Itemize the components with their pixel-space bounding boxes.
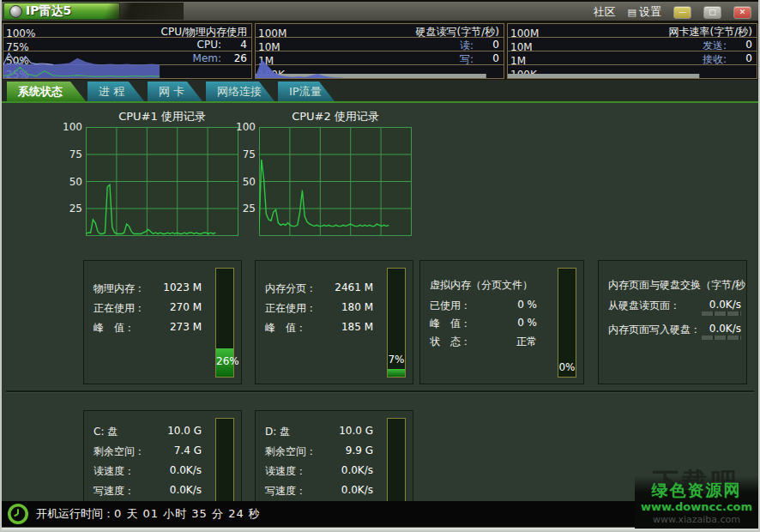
- row-value: 0.0K/s: [301, 464, 373, 476]
- row-value: 7.4 G: [130, 444, 202, 456]
- row-value: 0.0K/s: [301, 484, 373, 496]
- stat-kv-label: Mem:: [193, 52, 221, 64]
- app-logo: IP雷达5: [3, 3, 185, 20]
- gauge-percent: 0%: [558, 361, 576, 373]
- tab-bar: 系统状态进 程网 卡网络连接IP流量: [0, 80, 760, 103]
- titlebar-menu: 社区 ▤设置 — □ ✕: [594, 4, 751, 20]
- stat-panel-2: 100M10M1M100K硬盘读写(字节/秒)读:0写:0: [255, 23, 504, 79]
- watermark-site-name: 绿色资源网: [635, 480, 758, 502]
- gauge-percent: 26%: [216, 355, 233, 367]
- uptime-value: 0 天 01 小时 35 分 24 秒: [114, 506, 261, 522]
- stat-kv-row: 写:0: [460, 52, 499, 67]
- tab-5[interactable]: IP流量: [278, 82, 335, 101]
- stat-kv-label: 接收:: [703, 52, 727, 67]
- stat-kv-value: 0: [727, 39, 752, 53]
- app-title: IP雷达5: [26, 3, 71, 19]
- row-label: 读速度：: [93, 464, 135, 479]
- stat-kv-row: 读:0: [460, 39, 499, 53]
- disk-panels-section: C: 盘10.0 G剩余空间：7.4 G读速度：0.0K/s写速度：0.0K/s…: [2, 103, 758, 501]
- stat-kv-label: CPU:: [197, 39, 221, 51]
- radar-icon: [9, 5, 22, 18]
- stat-kv-label: 读:: [460, 39, 473, 53]
- disk-panel-2: D: 盘10.0 G剩余空间：9.9 G读速度：0.0K/s写速度：0.0K/s: [255, 410, 413, 501]
- app-window: IP雷达5 社区 ▤设置 — □ ✕ 100%75%50%25%CPU/物理内存…: [0, 0, 760, 532]
- tab-1[interactable]: 系统状态: [7, 82, 86, 101]
- stat-panel-title: 硬盘读写(字节/秒): [416, 25, 499, 39]
- stat-kv-value: 0: [727, 52, 752, 67]
- stat-kv-label: 发送:: [703, 39, 727, 53]
- stat-panel-3: 100M10M1M100K网卡速率(字节/秒)发送:0接收:0: [507, 23, 757, 79]
- stat-panel-title: CPU/物理内存使用: [161, 25, 247, 39]
- stat-panel-1: 100%75%50%25%CPU/物理内存使用CPU:4Mem:26: [3, 23, 252, 79]
- titlebar[interactable]: IP雷达5 社区 ▤设置 — □ ✕: [0, 0, 760, 22]
- watermark-url-2: www.xiazaiba.com: [635, 514, 758, 525]
- settings-icon: ▤: [628, 7, 636, 18]
- disk-usage-gauge: [215, 418, 234, 501]
- row-label: 写速度：: [265, 484, 306, 499]
- gauge-percent: 7%: [388, 354, 405, 366]
- tab-3[interactable]: 网 卡: [148, 82, 202, 101]
- tab-4[interactable]: 网络连接: [206, 82, 274, 101]
- stat-kv-row: CPU:4: [197, 39, 247, 51]
- close-button[interactable]: ✕: [733, 6, 751, 19]
- row-value: 9.9 G: [301, 444, 373, 456]
- content-area: CPU#1 使用记录100755025CPU#2 使用记录100755025 物…: [2, 103, 758, 501]
- menu-settings-label: 设置: [639, 4, 661, 20]
- tab-2[interactable]: 进 程: [87, 82, 144, 101]
- menu-community[interactable]: 社区: [594, 4, 616, 20]
- row-label: D: 盘: [265, 425, 290, 439]
- disk-usage-gauge: [387, 418, 406, 501]
- row-value: 10.0 G: [301, 425, 373, 437]
- stat-kv-value: 4: [221, 39, 247, 51]
- clock-icon: [7, 503, 29, 525]
- window-left-edge: [0, 0, 2, 532]
- row-label: C: 盘: [93, 425, 118, 439]
- stat-panel-title: 网卡速率(字节/秒): [669, 25, 752, 39]
- stat-kv-row: Mem:26: [193, 52, 247, 64]
- row-label: 写速度：: [93, 484, 135, 499]
- maximize-button[interactable]: □: [703, 6, 721, 19]
- row-value: 0.0K/s: [130, 464, 202, 476]
- minimize-button[interactable]: —: [673, 6, 691, 19]
- stats-strip: 100%75%50%25%CPU/物理内存使用CPU:4Mem:26100M10…: [0, 22, 760, 80]
- stat-kv-value: 26: [221, 52, 247, 64]
- logo-swoosh: [98, 3, 184, 20]
- watermark: 下载吧 绿色资源网 www.downcc.com www.xiazaiba.co…: [635, 475, 758, 529]
- watermark-url: www.downcc.com: [635, 500, 758, 513]
- stat-kv-row: 接收:0: [703, 52, 752, 67]
- row-label: 读速度：: [265, 464, 306, 479]
- stat-kv-label: 写:: [460, 52, 473, 67]
- menu-settings[interactable]: ▤设置: [628, 4, 661, 20]
- stat-kv-row: 发送:0: [703, 39, 752, 53]
- row-value: 0.0K/s: [130, 484, 202, 496]
- stat-kv-value: 0: [473, 39, 499, 53]
- row-value: 10.0 G: [130, 425, 202, 437]
- uptime-label: 开机运行时间：: [36, 506, 114, 522]
- disk-panel-1: C: 盘10.0 G剩余空间：7.4 G读速度：0.0K/s写速度：0.0K/s: [83, 410, 242, 501]
- stat-kv-value: 0: [473, 52, 499, 67]
